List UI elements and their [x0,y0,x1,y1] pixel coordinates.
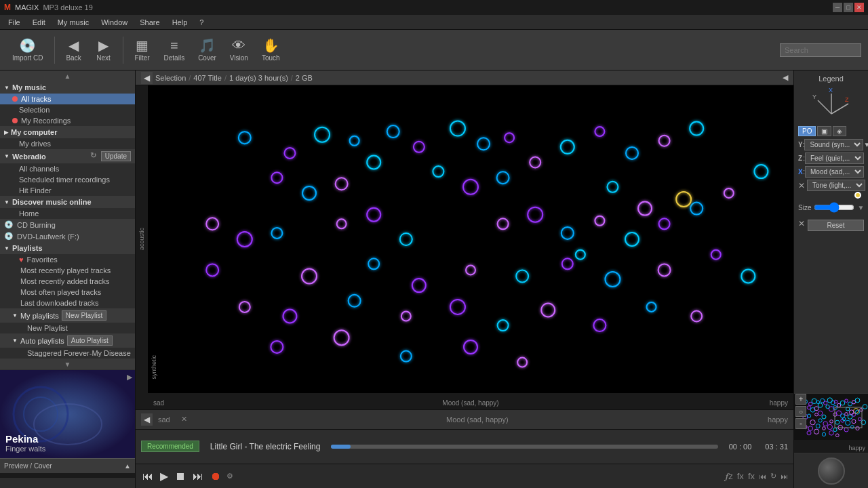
skip-back-icon[interactable]: ⏮ [759,472,766,481]
menu-share[interactable]: Share [134,17,165,28]
new-playlist-button[interactable]: New Playlist [62,310,106,321]
next-track-icon[interactable]: ⏭ [781,472,788,481]
po-button[interactable]: PO [798,126,816,136]
sidebar-item-selection[interactable]: Selection [0,104,135,115]
update-button[interactable]: Update [101,151,131,161]
sidebar-section-my-computer: ▶ My computer My drives [0,126,135,149]
close-transport-icon[interactable]: ✕ [181,415,187,424]
sidebar-item-all-channels[interactable]: All channels [0,163,135,174]
menu-window[interactable]: Window [96,17,133,28]
rewind-button[interactable]: ⏮ [141,469,155,484]
stop-button[interactable]: ⏹ [174,469,187,484]
close-btn[interactable]: ✕ [854,3,864,12]
sidebar-item-hit-finder[interactable]: Hit Finder [0,185,135,196]
sidebar-item-staggered[interactable]: Staggered Forever-My Disease [0,348,135,359]
fx-icon[interactable]: fx [737,471,744,481]
sidebar-item-favorites[interactable]: ♥ Favorites [0,254,135,265]
touch-button[interactable]: ✋ Touch [256,36,285,64]
add-auto-playlist-button[interactable]: Auto Playlist [67,336,113,346]
back-button[interactable]: ◀ Back [60,36,87,64]
close-tone-icon[interactable]: ✕ [798,181,805,190]
sidebar-header-discover[interactable]: ▼ Discover music online [0,196,135,208]
sidebar-item-all-tracks[interactable]: All tracks [0,94,135,104]
settings-icon[interactable]: ⚙ [226,472,233,481]
zoom-in-button[interactable]: + [795,394,806,405]
tone-slider-handle[interactable] [854,192,861,199]
chevron-down-icon-6: ▼ [12,338,18,344]
sidebar-item-scheduled-timer[interactable]: Scheduled timer recordings [0,174,135,185]
sidebar-item-last-downloaded[interactable]: Last downloaded tracks [0,298,135,308]
y-axis-select[interactable]: Sound (syn... [804,139,863,150]
sidebar-discover-label: Discover music online [12,198,92,206]
menu-info[interactable]: ? [194,17,209,28]
sidebar-header-webradio[interactable]: ▼ Webradio ↻ Update [0,149,135,163]
sidebar-all-channels-label: All channels [19,165,59,173]
sidebar-item-my-recordings[interactable]: My Recordings [0,115,135,126]
acoustic-label: acoustic [138,228,145,250]
repeat-icon[interactable]: ↻ [770,472,776,481]
next-button[interactable]: ▶ Next [90,36,117,64]
sidebar-item-my-drives[interactable]: My drives [0,138,135,149]
legend-btn-3[interactable]: ◈ [833,126,846,136]
maximize-btn[interactable]: □ [844,3,853,12]
bottom-axis-row: sad Mood (sad, happy) happy [136,393,793,409]
collapse-icon: ◀ [783,73,788,82]
sidebar-item-dvd-drive[interactable]: 💿 DVD-Laufwerk (F:) [0,230,135,242]
album-title: Finger walts [5,445,45,453]
sidebar-item-recent-played[interactable]: Most recently played tracks [0,265,135,276]
menu-help[interactable]: Help [167,17,193,28]
sidebar-header-my-music[interactable]: ▼ My music [0,81,135,94]
search-input[interactable] [780,43,861,57]
sidebar-item-home[interactable]: Home [0,208,135,219]
menu-my-music[interactable]: My music [52,17,94,28]
playback-controls-row: ⏮ ▶ ⏹ ⏭ ⏺ ⚙ 𝆑z fx fx ⏮ ↻ ⏭ [136,464,793,488]
total-time: 03 : 31 [765,443,788,451]
sidebar-dvd-label: DVD-Laufwerk (F:) [17,232,79,241]
menu-file[interactable]: File [3,17,26,28]
sidebar-header-auto-playlists[interactable]: ▼ Auto playlists Auto Playlist [0,333,135,348]
sidebar-item-cd-burning[interactable]: 💿 CD Burning [0,219,135,230]
sidebar-header-my-playlists[interactable]: ▼ My playlists New Playlist [0,308,135,323]
sidebar-scheduled-label: Scheduled timer recordings [19,176,110,184]
reset-button[interactable]: Reset [808,220,864,231]
transport-left-nav[interactable]: ◀ [141,413,153,426]
album-play-button[interactable]: ▶ [127,373,132,382]
sidebar-scroll-down[interactable]: ▼ [0,359,135,369]
details-icon: ≡ [170,39,178,52]
sidebar-header-my-computer[interactable]: ▶ My computer [0,126,135,138]
skip-button[interactable]: ⏭ [191,469,205,484]
close-reset-icon[interactable]: ✕ [798,219,805,228]
record-button[interactable]: ⏺ [209,469,222,484]
mix-icon[interactable]: fx [748,471,755,481]
happy-label-transport: happy [768,415,788,424]
progress-bar[interactable] [331,445,717,449]
legend-title: Legend [798,75,864,83]
menu-edit[interactable]: Edit [27,17,51,28]
rotation-knob[interactable] [818,458,845,485]
details-button[interactable]: ≡ Details [159,36,191,64]
zoom-center-button[interactable]: ○ [795,406,806,417]
z-axis-select[interactable]: Feel (quiet,... [805,152,864,164]
vision-button[interactable]: 👁 Vision [224,36,254,64]
size-slider[interactable] [814,202,854,213]
filter-button[interactable]: ▦ Filter [129,36,156,64]
sidebar-item-recent-added[interactable]: Most recently added tracks [0,276,135,287]
sidebar-item-new-playlist[interactable]: New Playlist [0,323,135,333]
sidebar-playlists-label: Playlists [12,244,43,252]
cover-button[interactable]: 🎵 Cover [193,36,222,64]
nav-left-button[interactable]: ◀ [141,72,153,84]
app-version: MP3 deluxe 19 [43,3,92,12]
sidebar-item-often-played[interactable]: Most often played tracks [0,287,135,298]
current-time: 00 : 00 [729,443,752,451]
vision-area[interactable]: synthetic [148,85,793,393]
legend-btn-2[interactable]: ▣ [817,126,831,136]
x-axis-select[interactable]: Mood (sad,... [805,166,864,178]
eq-icon[interactable]: 𝆑z [726,471,733,482]
minimize-btn[interactable]: ─ [833,3,842,12]
sidebar-scroll-up[interactable]: ▲ [0,70,135,81]
zoom-out-button[interactable]: - [795,418,806,429]
sidebar-header-playlists[interactable]: ▼ Playlists [0,242,135,254]
tone-select[interactable]: Tone (light,... [807,180,865,191]
import-cd-button[interactable]: 💿 Import CD [7,36,49,64]
play-button[interactable]: ▶ [159,468,170,484]
